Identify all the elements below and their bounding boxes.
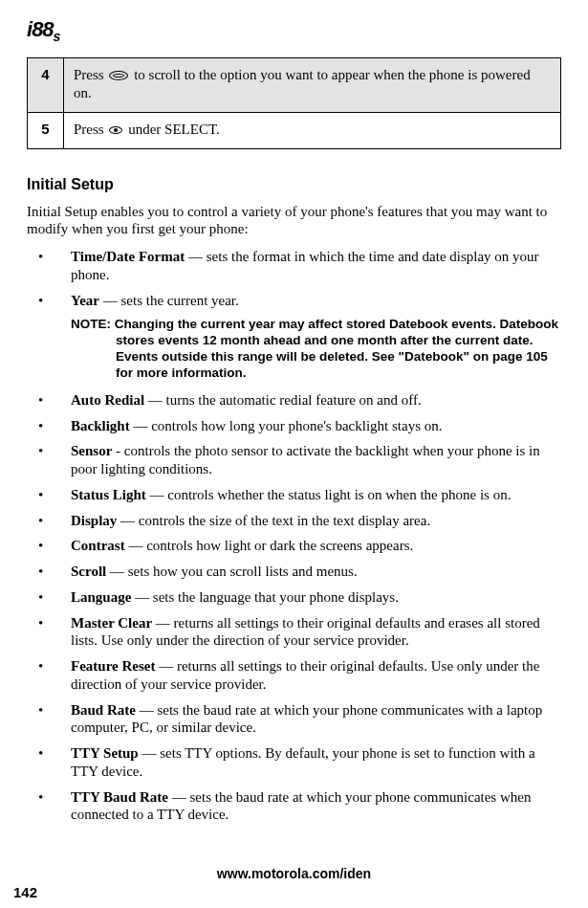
feature-name: Master Clear xyxy=(71,615,152,631)
list-item: TTY Baud Rate — sets the baud rate at wh… xyxy=(27,788,561,825)
table-row: 4 Press to scroll to the option you want… xyxy=(28,58,561,113)
table-row: 5 Press under SELECT. xyxy=(28,112,561,148)
feature-name: Sensor xyxy=(71,443,112,458)
list-item: TTY Setup — sets TTY options. By default… xyxy=(27,744,561,781)
note-label: NOTE: xyxy=(71,317,115,331)
note-text: Changing the current year may affect sto… xyxy=(115,317,558,380)
feature-name: Status Light xyxy=(71,487,146,502)
feature-name: Time/Date Format xyxy=(71,249,185,264)
note-block: NOTE: Changing the current year may affe… xyxy=(71,317,561,382)
feature-name: Display xyxy=(71,513,117,528)
feature-desc: — turns the automatic redial feature on … xyxy=(144,392,422,408)
list-item: Baud Rate — sets the baud rate at which … xyxy=(27,701,561,738)
page-number: 142 xyxy=(13,884,37,900)
feature-desc: — sets how you can scroll lists and menu… xyxy=(106,564,357,579)
feature-desc: — sets the baud rate at which your phone… xyxy=(71,702,542,736)
feature-name: Contrast xyxy=(71,538,125,553)
feature-desc: — controls the size of the text in the t… xyxy=(117,513,430,528)
list-item: Sensor - controls the photo sensor to ac… xyxy=(27,442,561,478)
list-item: Year — sets the current year. xyxy=(27,292,561,310)
scroll-icon xyxy=(109,71,128,80)
feature-name: Language xyxy=(71,589,131,605)
feature-name: TTY Baud Rate xyxy=(71,789,168,805)
feature-desc: — sets TTY options. By default, your pho… xyxy=(71,745,535,779)
feature-desc: — sets the language that your phone disp… xyxy=(131,589,399,605)
feature-list-cont: Auto Redial — turns the automatic redial… xyxy=(27,391,561,824)
step-number: 4 xyxy=(28,58,64,113)
feature-name: Baud Rate xyxy=(71,702,136,718)
feature-desc: - controls the photo sensor to activate … xyxy=(71,443,540,476)
list-item: Display — controls the size of the text … xyxy=(27,512,561,530)
step-post: under SELECT. xyxy=(124,122,219,137)
step-text: Press to scroll to the option you want t… xyxy=(64,58,561,113)
feature-desc: — controls whether the status light is o… xyxy=(146,487,512,502)
step-number: 5 xyxy=(28,112,64,148)
feature-desc: — controls how long your phone's backlig… xyxy=(130,418,443,433)
feature-name: Auto Redial xyxy=(71,392,144,408)
feature-name: Backlight xyxy=(71,418,130,433)
steps-table: 4 Press to scroll to the option you want… xyxy=(27,57,561,148)
intro-paragraph: Initial Setup enables you to control a v… xyxy=(27,203,561,239)
step-pre: Press xyxy=(74,67,107,82)
feature-name: TTY Setup xyxy=(71,745,139,761)
list-item: Time/Date Format — sets the format in wh… xyxy=(27,248,561,284)
feature-desc: — controls how light or dark the screens… xyxy=(125,538,414,553)
list-item: Scroll — sets how you can scroll lists a… xyxy=(27,563,561,581)
step-text: Press under SELECT. xyxy=(64,112,561,148)
product-logo: i88s xyxy=(27,17,561,44)
feature-name: Year xyxy=(71,293,99,308)
step-pre: Press xyxy=(74,122,107,137)
list-item: Contrast — controls how light or dark th… xyxy=(27,537,561,555)
list-item: Auto Redial — turns the automatic redial… xyxy=(27,391,561,410)
feature-name: Feature Reset xyxy=(71,658,155,674)
list-item: Backlight — controls how long your phone… xyxy=(27,417,561,435)
section-heading: Initial Setup xyxy=(27,176,561,193)
list-item: Language — sets the language that your p… xyxy=(27,588,561,607)
select-icon xyxy=(109,126,122,134)
list-item: Status Light — controls whether the stat… xyxy=(27,486,561,504)
feature-list: Time/Date Format — sets the format in wh… xyxy=(27,248,561,309)
step-post: to scroll to the option you want to appe… xyxy=(74,67,531,100)
list-item: Feature Reset — returns all settings to … xyxy=(27,657,561,694)
list-item: Master Clear — returns all settings to t… xyxy=(27,614,561,651)
feature-name: Scroll xyxy=(71,564,106,579)
footer-url: www.motorola.com/iden xyxy=(0,866,588,881)
feature-desc: — sets the current year. xyxy=(99,293,239,308)
